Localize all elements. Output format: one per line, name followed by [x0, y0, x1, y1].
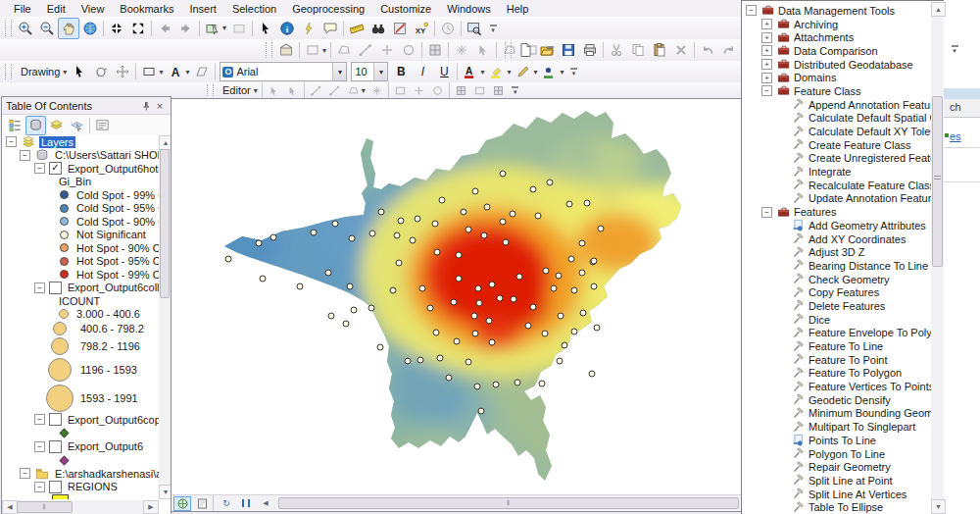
collapse-icon[interactable]: − [34, 414, 45, 425]
collapse-icon[interactable]: − [20, 150, 30, 161]
new-doc-button[interactable] [514, 39, 536, 61]
toolbox-item-geodetic-densify[interactable]: Geodetic Densify [742, 393, 931, 407]
toc-item-export-output6hotspot[interactable]: −✓Export_Output6hotspot [2, 162, 159, 176]
toolbox-item-features[interactable]: −Features [742, 205, 931, 219]
g-circle-button[interactable] [428, 82, 447, 99]
chevron-down-icon[interactable]: ▾ [373, 63, 387, 80]
toolbox-item-data-comparison[interactable]: +Data Comparison [742, 44, 931, 58]
line-color-button[interactable] [539, 61, 561, 82]
copy-button[interactable] [627, 39, 649, 61]
toc-item-gi-bin[interactable]: Gi_Bin [2, 176, 159, 189]
toc-hscroll-thumb[interactable]: ⦀ [17, 501, 73, 513]
collapse-icon[interactable]: − [34, 482, 45, 492]
font-color-button[interactable]: A [460, 61, 481, 82]
toc-item-hot-spot-95-confid[interactable]: Hot Spot - 95% Confid [2, 255, 159, 269]
toolbox-item-table-to-ellipse[interactable]: Table To Ellipse [742, 500, 931, 514]
toc-item-icount[interactable]: ICOUNT [2, 294, 159, 308]
pencil-button[interactable] [513, 61, 534, 82]
g-rect-button[interactable] [391, 82, 410, 99]
text-a-button[interactable]: A [165, 61, 186, 82]
g-cross-button[interactable] [376, 39, 398, 61]
toolbox-item-feature-class[interactable]: −Feature Class [742, 84, 931, 98]
pin-icon[interactable] [139, 99, 153, 113]
layer-checkbox[interactable] [49, 481, 62, 493]
menu-file[interactable]: File [6, 2, 39, 16]
menu-edit[interactable]: Edit [39, 2, 74, 16]
rect-tool-button[interactable] [138, 61, 160, 82]
fixed-zoom-out-button[interactable] [127, 18, 149, 39]
chevron-down-icon[interactable]: ▾ [322, 46, 328, 55]
viewer-button[interactable] [464, 18, 485, 39]
collapse-icon[interactable]: − [761, 85, 772, 96]
toolbox-item-integrate[interactable]: Integrate [742, 165, 931, 179]
toc-item-1593-1991[interactable]: 1593 - 1991 [2, 383, 159, 413]
back-button[interactable] [154, 18, 175, 39]
underline-button[interactable]: U [433, 61, 455, 82]
toc-horizontal-scrollbar[interactable]: ◀ ⦀ ▶ [2, 500, 159, 514]
toolbox-item-repair-geometry[interactable]: Repair Geometry [742, 460, 931, 474]
identify-button[interactable]: i [276, 18, 298, 39]
toc-item-e-arshadkarshenasi-arshad[interactable]: −E:\arshadkarshenasi\arshad\ [2, 467, 159, 481]
toc-item-hot-spot-90-confid[interactable]: Hot Spot - 90% Confid [2, 241, 159, 255]
toolbox-item-multipart-to-singlepart[interactable]: Multipart To Singlepart [742, 420, 931, 434]
font-name-combobox[interactable]: OArial▾ [220, 62, 347, 81]
toolbar-grip[interactable] [5, 64, 12, 78]
toolbox-item-delete-features[interactable]: Delete Features [742, 299, 931, 313]
editor-overflow-icon[interactable]: ▾ [511, 86, 520, 94]
toc-item-400-6-798-2[interactable]: 400.6 - 798.2 [2, 321, 159, 336]
g-star-button[interactable] [451, 39, 472, 61]
g-circle-button[interactable] [398, 39, 419, 61]
toolbox-item-add-geometry-attributes[interactable]: Add Geometry Attributes [742, 219, 931, 232]
toc-sel-button[interactable] [67, 116, 87, 135]
toolbox-item-feature-vertices-to-points[interactable]: Feature Vertices To Points [742, 380, 931, 393]
zoom-in-button[interactable] [15, 18, 36, 39]
toolbox-item-attachments[interactable]: +Attachments [742, 30, 931, 44]
search-link[interactable]: es [950, 130, 961, 142]
toc-item-export-output6collect[interactable]: −Export_Output6collect [2, 282, 159, 295]
paste-button[interactable] [649, 39, 670, 61]
toc-item-export-output6copy[interactable]: −Export_Output6copy [2, 413, 159, 427]
topo-home-button[interactable] [275, 39, 297, 61]
toc-item-not-significant[interactable]: Not Significant [2, 229, 159, 242]
delete-x-button[interactable] [670, 39, 692, 61]
print-button[interactable] [579, 39, 601, 61]
toolbox-item-archiving[interactable]: +Archiving [742, 18, 931, 31]
toolbox-item-create-unregistered-feature-class[interactable]: Create Unregistered Feature Class [742, 152, 931, 166]
menu-selection[interactable]: Selection [224, 2, 284, 16]
g-star-button[interactable] [368, 82, 386, 99]
g-arrow-button[interactable] [472, 39, 494, 61]
g-cross-button[interactable] [410, 82, 428, 99]
toc-item-cold-spot-99-conf[interactable]: Cold Spot - 99% Conf [2, 188, 159, 202]
toolbox-item-copy-features[interactable]: Copy Features [742, 285, 931, 299]
menu-customize[interactable]: Customize [372, 2, 439, 16]
toolbox-item-calculate-default-spatial-grid-index[interactable]: Calculate Default Spatial Grid Index [742, 112, 931, 126]
pause-drawing-icon[interactable] [237, 496, 255, 511]
toc-item-hot-spot-99-confid[interactable]: Hot Spot - 99% Confid [2, 268, 159, 282]
chevron-down-icon[interactable]: ▾ [560, 68, 565, 77]
toolbox-item-data-management-tools[interactable]: −Data Management Tools [742, 4, 931, 18]
menu-windows[interactable]: Windows [439, 2, 499, 16]
toc-item-1196-1593[interactable]: 1196 - 1593 [2, 356, 159, 383]
menu-bookmarks[interactable]: Bookmarks [112, 2, 181, 16]
drawing-menu-label[interactable]: Drawing [15, 66, 64, 77]
html-popup-button[interactable] [319, 18, 341, 39]
scroll-left-icon[interactable]: ◀ [2, 500, 18, 514]
scroll-down-icon[interactable]: ▼ [931, 499, 946, 514]
toolbox-vscroll-thumb[interactable] [932, 96, 943, 267]
toc-vis-button[interactable] [46, 116, 67, 135]
pan-button[interactable] [58, 18, 79, 39]
clear-selection-button[interactable] [228, 18, 250, 39]
open-button[interactable] [536, 39, 558, 61]
toc-item-cold-spot-95-conf[interactable]: Cold Spot - 95% Conf [2, 202, 159, 216]
g-line-button[interactable] [325, 82, 344, 99]
select-elements-button[interactable] [255, 18, 276, 39]
toc-item-symbol[interactable] [2, 493, 159, 499]
toc-order-button[interactable] [5, 116, 25, 135]
close-icon[interactable]: × [153, 99, 167, 113]
skew-tool-button[interactable] [191, 61, 213, 82]
italic-button[interactable]: I [412, 61, 433, 82]
go-to-xy-button[interactable]: XY [411, 18, 432, 39]
bold-button[interactable]: B [390, 61, 412, 82]
toolbox-item-domains[interactable]: +Domains [742, 71, 931, 84]
g-arrow-button[interactable] [283, 82, 302, 99]
